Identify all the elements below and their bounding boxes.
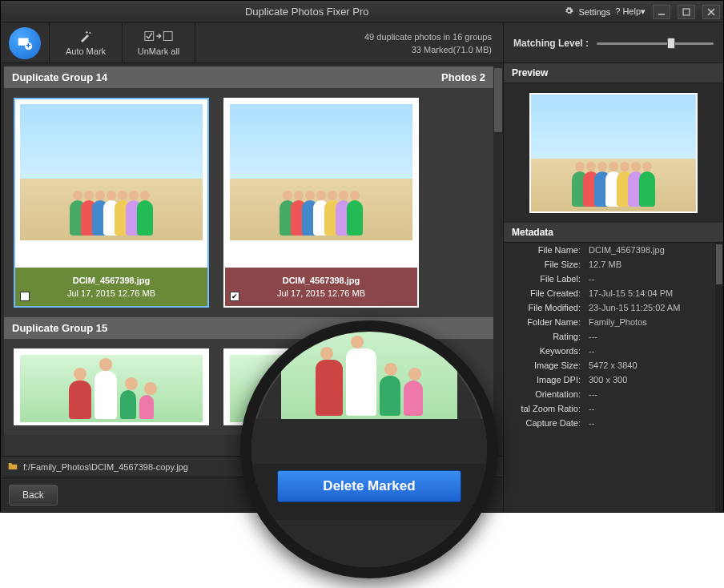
metadata-row: Capture Date:-- (504, 416, 715, 430)
metadata-row: tal Zoom Ratio:-- (504, 401, 715, 416)
metadata-row: Image Size:5472 x 3840 (504, 358, 715, 373)
maximize-button[interactable] (678, 5, 695, 19)
app-logo (1, 23, 49, 62)
stats-duplicates: 49 duplicate photos in 16 groups (364, 32, 492, 42)
help-button[interactable]: ? Help▾ (615, 6, 646, 17)
metadata-key: Folder Name: (504, 317, 581, 327)
metadata-key: tal Zoom Ratio: (504, 404, 581, 413)
photo-thumbnail[interactable]: DCIM_4567398.jpg Jul 17, 2015 12.76 MB (14, 98, 209, 308)
matching-level: Matching Level : (503, 23, 723, 62)
metadata-row: Keywords:-- (504, 344, 715, 358)
gear-icon (565, 6, 573, 18)
folder-icon (7, 461, 18, 473)
metadata-value: 17-Jul-15 5:14:04 PM (589, 288, 673, 298)
metadata-value: -- (589, 418, 594, 428)
back-button[interactable]: Back (9, 485, 58, 505)
metadata-value: -- (589, 274, 594, 284)
svg-rect-9 (163, 32, 172, 41)
metadata-value: Family_Photos (589, 317, 647, 327)
matching-level-slider[interactable] (597, 37, 714, 50)
thumbnail-checkbox[interactable]: ✔ (230, 292, 239, 301)
svg-rect-8 (145, 32, 154, 41)
stats: 49 duplicate photos in 16 groups 33 Mark… (195, 23, 503, 62)
metadata-row: File Created:17-Jul-15 5:14:04 PM (504, 286, 715, 300)
metadata-value: 5472 x 3840 (589, 360, 638, 370)
metadata-row: Image DPI:300 x 300 (504, 373, 715, 387)
metadata-key: Image DPI: (504, 375, 581, 385)
metadata-value: -- (589, 346, 594, 356)
metadata-value: 300 x 300 (589, 375, 627, 385)
metadata-key: Keywords: (504, 346, 581, 356)
photo-thumbnail[interactable]: DCIM_4567398.jpg Jul 17, 2015 12.76 MB ✔ (223, 98, 419, 308)
metadata-key: File Label: (504, 274, 581, 284)
toolbar: Auto Mark UnMark all 49 duplicate photos… (1, 23, 723, 63)
metadata-key: File Created: (504, 288, 581, 298)
svg-rect-7 (28, 43, 29, 48)
minimize-button[interactable] (653, 5, 670, 19)
metadata-value: 23-Jun-15 11:25:02 AM (589, 303, 680, 312)
metadata-key: Rating: (504, 332, 581, 341)
photo-thumbnail[interactable] (14, 348, 209, 425)
magnifier-overlay: Delete Marked (240, 320, 498, 578)
preview-image (529, 93, 698, 213)
right-panel: Preview Metadata File Name:DCIM_4567398.… (503, 63, 723, 512)
metadata-key: File Name: (504, 245, 581, 255)
titlebar: Duplicate Photos Fixer Pro Settings ? He… (1, 1, 723, 23)
metadata-row: Folder Name:Family_Photos (504, 315, 715, 329)
metadata-row: Orientation:--- (504, 387, 715, 401)
app-title: Duplicate Photos Fixer Pro (49, 6, 565, 18)
preview-title: Preview (504, 63, 723, 83)
unmark-all-button[interactable]: UnMark all (123, 23, 195, 62)
stats-marked: 33 Marked(71.0 MB) (412, 45, 492, 54)
metadata-row: File Label:-- (504, 272, 715, 286)
group-header: Duplicate Group 14 Photos 2 (4, 66, 493, 88)
metadata-key: File Size: (504, 260, 581, 269)
metadata-key: Orientation: (504, 389, 581, 399)
unmark-icon (144, 30, 173, 44)
settings-button[interactable]: Settings (578, 7, 610, 17)
thumbnail-filename: DCIM_4567398.jpg (73, 276, 151, 285)
results-scrollbar[interactable] (493, 66, 503, 456)
metadata-scrollbar[interactable] (715, 243, 723, 512)
metadata-value: DCIM_4567398.jpg (589, 245, 665, 255)
metadata-value: --- (589, 332, 597, 341)
metadata-key: Capture Date: (504, 418, 581, 428)
metadata-value: -- (589, 404, 594, 413)
metadata-row: Rating:--- (504, 329, 715, 344)
metadata-key: File Modified: (504, 303, 581, 312)
svg-rect-1 (683, 9, 690, 15)
thumbnail-meta: Jul 17, 2015 12.76 MB (67, 288, 155, 298)
metadata-row: File Name:DCIM_4567398.jpg (504, 243, 715, 257)
thumbnail-meta: Jul 17, 2015 12.76 MB (277, 288, 365, 298)
auto-mark-button[interactable]: Auto Mark (50, 23, 122, 62)
metadata-row: File Size:12.7 MB (504, 257, 715, 272)
close-button[interactable] (702, 5, 720, 19)
file-path: f:/Family_Photos\DCIM_4567398-copy.jpg (23, 462, 188, 472)
wand-icon (78, 30, 93, 44)
delete-marked-button[interactable]: Delete Marked (277, 470, 461, 502)
thumbnail-filename: DCIM_4567398.jpg (283, 276, 360, 285)
metadata-panel: File Name:DCIM_4567398.jpgFile Size:12.7… (504, 243, 723, 512)
metadata-value: --- (589, 389, 597, 399)
metadata-key: Image Size: (504, 360, 581, 370)
metadata-value: 12.7 MB (589, 260, 621, 269)
thumbnail-checkbox[interactable] (20, 292, 30, 301)
metadata-title: Metadata (504, 223, 723, 243)
metadata-row: File Modified:23-Jun-15 11:25:02 AM (504, 300, 715, 315)
